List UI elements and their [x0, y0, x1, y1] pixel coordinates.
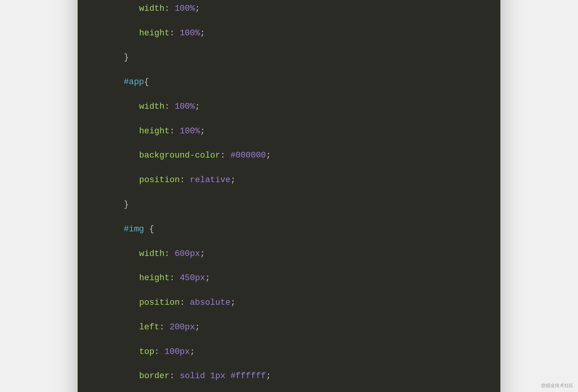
css-declaration: height: 100%;	[93, 125, 485, 138]
css-declaration: width: 100%;	[93, 3, 485, 15]
css-declaration: height: 100%;	[93, 27, 485, 40]
css-close-brace: }	[93, 51, 485, 64]
css-declaration: top: 100px;	[93, 346, 485, 358]
css-declaration: width: 600px;	[93, 248, 485, 260]
css-declaration: position: absolute;	[93, 297, 485, 309]
css-declaration: background-color: #000000;	[93, 149, 485, 162]
watermark-text: @掘金技术社区	[541, 382, 573, 389]
css-declaration: position: relative;	[93, 174, 485, 186]
code-block: html,body{ width: 100%; height: 100%; } …	[78, 0, 500, 392]
css-declaration: height: 450px;	[93, 272, 485, 284]
page-container: html,body{ width: 100%; height: 100%; } …	[0, 0, 578, 392]
css-declaration: border: solid 1px #ffffff;	[93, 370, 485, 382]
css-selector-line: #app{	[93, 76, 485, 88]
css-declaration: left: 200px;	[93, 321, 485, 334]
css-selector-line: #img {	[93, 223, 485, 236]
css-close-brace: }	[93, 199, 485, 211]
css-declaration: width: 100%;	[93, 101, 485, 113]
code-window: html,body{ width: 100%; height: 100%; } …	[78, 0, 500, 392]
